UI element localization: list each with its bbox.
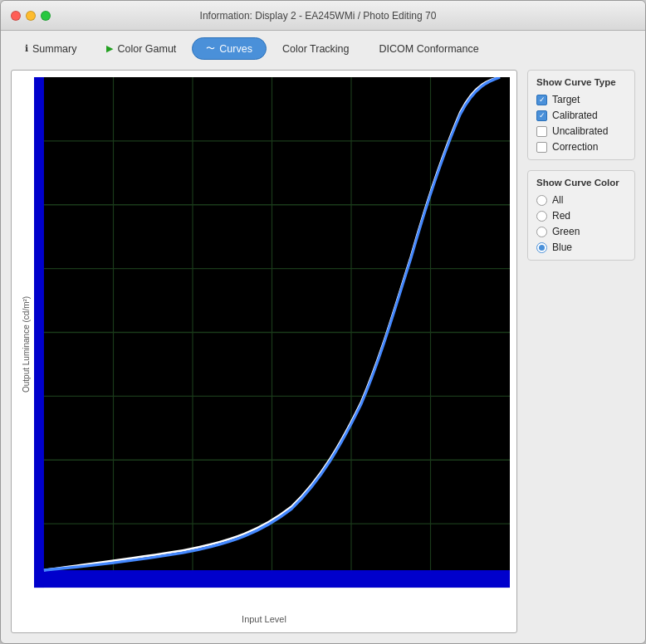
radio-all-label: All: [552, 194, 563, 206]
y-axis-label: Output Luminance (cd/m²): [18, 77, 34, 611]
tab-dicom[interactable]: DICOM Conformance: [365, 38, 493, 60]
svg-rect-14: [34, 570, 510, 588]
tabbar: ℹ Summary ▶ Color Gamut 〜 Curves Color T…: [1, 31, 645, 60]
info-icon: ℹ: [25, 43, 28, 54]
x-axis-label: Input Level: [18, 611, 510, 626]
play-icon: ▶: [106, 43, 113, 54]
checkbox-uncalibrated-label: Uncalibrated: [552, 125, 608, 137]
checkbox-target[interactable]: ✓: [536, 95, 547, 105]
chart-wrapper: Output Luminance (cd/m²): [18, 77, 510, 626]
curve-type-title: Show Curve Type: [536, 77, 626, 87]
window-title: Information: Display 2 - EA245WMi / Phot…: [1, 10, 635, 22]
radio-row-green: Green: [536, 226, 626, 237]
curve-color-section: Show Curve Color All Red Green Blue: [527, 170, 635, 261]
svg-rect-13: [34, 77, 44, 588]
curves-icon: 〜: [206, 42, 215, 55]
application-window: Information: Display 2 - EA245WMi / Phot…: [0, 0, 646, 644]
radio-green-label: Green: [552, 226, 580, 237]
radio-row-all: All: [536, 194, 626, 206]
radio-blue-label: Blue: [552, 242, 572, 253]
checkbox-uncalibrated[interactable]: [536, 126, 547, 137]
tab-color-gamut[interactable]: ▶ Color Gamut: [92, 38, 190, 60]
tab-color-tracking[interactable]: Color Tracking: [268, 38, 364, 60]
checkbox-calibrated-label: Calibrated: [552, 110, 598, 121]
radio-red[interactable]: [536, 211, 547, 222]
radio-row-blue: Blue: [536, 242, 626, 253]
chart-container: + − Output Luminance (cd/m²): [11, 70, 517, 633]
titlebar: Information: Display 2 - EA245WMi / Phot…: [1, 1, 645, 31]
right-panel: Show Curve Type ✓ Target ✓ Calibrated Un…: [527, 70, 635, 633]
checkbox-calibrated[interactable]: ✓: [536, 110, 547, 121]
chart-svg: [34, 77, 510, 611]
radio-green[interactable]: [536, 227, 547, 237]
checkbox-row-uncalibrated: Uncalibrated: [536, 125, 626, 137]
radio-row-red: Red: [536, 210, 626, 222]
checkbox-target-label: Target: [552, 94, 580, 105]
checkbox-row-calibrated: ✓ Calibrated: [536, 110, 626, 121]
checkbox-row-target: ✓ Target: [536, 94, 626, 105]
curve-type-section: Show Curve Type ✓ Target ✓ Calibrated Un…: [527, 70, 635, 160]
main-content: + − Output Luminance (cd/m²): [1, 60, 645, 643]
checkbox-correction-label: Correction: [552, 141, 598, 153]
tab-summary[interactable]: ℹ Summary: [11, 38, 91, 60]
curve-color-title: Show Curve Color: [536, 178, 626, 188]
checkbox-correction[interactable]: [536, 142, 547, 153]
radio-red-label: Red: [552, 210, 570, 222]
checkbox-row-correction: Correction: [536, 141, 626, 153]
radio-all[interactable]: [536, 195, 547, 206]
tab-curves[interactable]: 〜 Curves: [192, 37, 267, 60]
chart-area: Output Luminance (cd/m²): [18, 77, 510, 611]
radio-blue[interactable]: [536, 242, 547, 253]
